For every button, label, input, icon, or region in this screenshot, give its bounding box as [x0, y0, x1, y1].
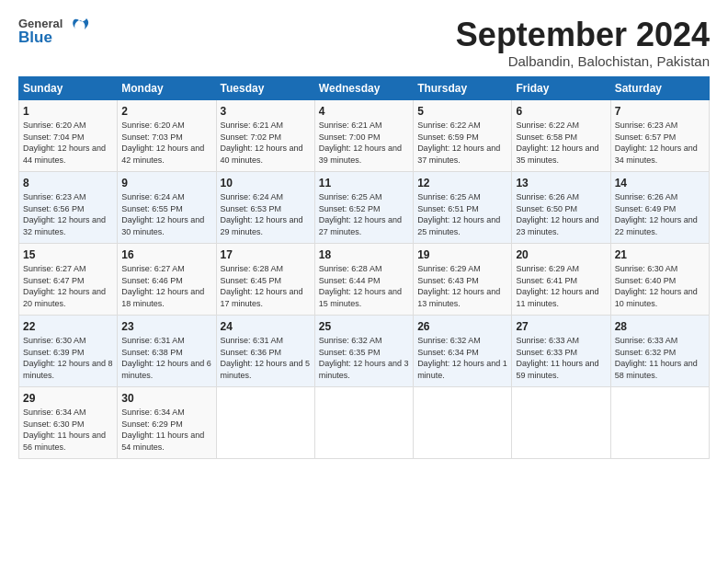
table-row: 25 Sunrise: 6:32 AMSunset: 6:35 PMDaylig… — [314, 315, 413, 386]
table-row: 20 Sunrise: 6:29 AMSunset: 6:41 PMDaylig… — [512, 243, 610, 315]
day-number: 11 — [319, 176, 409, 190]
calendar-week-row: 15 Sunrise: 6:27 AMSunset: 6:47 PMDaylig… — [19, 243, 710, 315]
table-row: 14 Sunrise: 6:26 AMSunset: 6:49 PMDaylig… — [610, 171, 709, 243]
day-number: 17 — [221, 247, 311, 262]
day-info: Sunrise: 6:31 AMSunset: 6:36 PMDaylight:… — [221, 336, 311, 380]
day-number: 23 — [121, 319, 211, 334]
day-info: Sunrise: 6:30 AMSunset: 6:39 PMDaylight:… — [23, 336, 113, 380]
day-number: 19 — [417, 247, 507, 262]
day-number: 18 — [319, 247, 409, 262]
logo-blue: Blue — [18, 29, 63, 45]
table-row — [414, 386, 512, 458]
header-tuesday: Tuesday — [216, 76, 314, 99]
header-friday: Friday — [512, 76, 610, 99]
day-info: Sunrise: 6:32 AMSunset: 6:34 PMDaylight:… — [417, 336, 507, 380]
table-row: 6 Sunrise: 6:22 AMSunset: 6:58 PMDayligh… — [512, 99, 610, 171]
day-info: Sunrise: 6:22 AMSunset: 6:59 PMDaylight:… — [417, 121, 500, 165]
day-info: Sunrise: 6:20 AMSunset: 7:03 PMDaylight:… — [121, 121, 204, 165]
table-row: 2 Sunrise: 6:20 AMSunset: 7:03 PMDayligh… — [118, 99, 216, 171]
day-number: 25 — [319, 319, 409, 334]
day-info: Sunrise: 6:21 AMSunset: 7:02 PMDaylight:… — [221, 121, 303, 165]
day-number: 26 — [417, 319, 507, 334]
page: General Blue September 2024 Dalbandin, B… — [0, 0, 728, 563]
day-number: 21 — [615, 247, 705, 262]
day-info: Sunrise: 6:26 AMSunset: 6:50 PMDaylight:… — [516, 192, 598, 236]
table-row: 21 Sunrise: 6:30 AMSunset: 6:40 PMDaylig… — [610, 243, 709, 315]
table-row: 12 Sunrise: 6:25 AMSunset: 6:51 PMDaylig… — [414, 171, 512, 243]
table-row — [314, 386, 413, 458]
day-info: Sunrise: 6:34 AMSunset: 6:30 PMDaylight:… — [23, 408, 106, 452]
day-info: Sunrise: 6:29 AMSunset: 6:41 PMDaylight:… — [516, 264, 598, 308]
table-row: 18 Sunrise: 6:28 AMSunset: 6:44 PMDaylig… — [314, 243, 413, 315]
day-number: 6 — [516, 104, 606, 119]
calendar-week-row: 8 Sunrise: 6:23 AMSunset: 6:56 PMDayligh… — [19, 171, 710, 243]
day-info: Sunrise: 6:24 AMSunset: 6:55 PMDaylight:… — [121, 192, 204, 236]
table-row: 13 Sunrise: 6:26 AMSunset: 6:50 PMDaylig… — [512, 171, 610, 243]
day-number: 12 — [417, 176, 507, 190]
day-number: 30 — [121, 391, 211, 406]
month-title: September 2024 — [456, 17, 710, 53]
header-saturday: Saturday — [610, 76, 709, 99]
day-info: Sunrise: 6:28 AMSunset: 6:45 PMDaylight:… — [221, 264, 303, 308]
table-row: 1 Sunrise: 6:20 AMSunset: 7:04 PMDayligh… — [19, 99, 118, 171]
table-row: 10 Sunrise: 6:24 AMSunset: 6:53 PMDaylig… — [216, 171, 314, 243]
calendar-week-row: 1 Sunrise: 6:20 AMSunset: 7:04 PMDayligh… — [19, 99, 710, 171]
table-row: 24 Sunrise: 6:31 AMSunset: 6:36 PMDaylig… — [216, 315, 314, 386]
day-info: Sunrise: 6:30 AMSunset: 6:40 PMDaylight:… — [615, 264, 698, 308]
table-row: 29 Sunrise: 6:34 AMSunset: 6:30 PMDaylig… — [19, 386, 118, 458]
day-info: Sunrise: 6:27 AMSunset: 6:47 PMDaylight:… — [23, 264, 106, 308]
day-info: Sunrise: 6:34 AMSunset: 6:29 PMDaylight:… — [121, 408, 204, 452]
day-number: 1 — [23, 104, 113, 119]
table-row: 15 Sunrise: 6:27 AMSunset: 6:47 PMDaylig… — [19, 243, 118, 315]
table-row: 28 Sunrise: 6:33 AMSunset: 6:32 PMDaylig… — [610, 315, 709, 386]
header-sunday: Sunday — [19, 76, 118, 99]
header-monday: Monday — [118, 76, 216, 99]
table-row: 8 Sunrise: 6:23 AMSunset: 6:56 PMDayligh… — [19, 171, 118, 243]
calendar-table: Sunday Monday Tuesday Wednesday Thursday… — [18, 76, 710, 459]
day-info: Sunrise: 6:23 AMSunset: 6:57 PMDaylight:… — [615, 121, 698, 165]
table-row: 7 Sunrise: 6:23 AMSunset: 6:57 PMDayligh… — [610, 99, 709, 171]
table-row: 4 Sunrise: 6:21 AMSunset: 7:00 PMDayligh… — [314, 99, 413, 171]
day-info: Sunrise: 6:33 AMSunset: 6:33 PMDaylight:… — [516, 336, 598, 380]
day-number: 7 — [615, 104, 705, 119]
calendar-week-row: 22 Sunrise: 6:30 AMSunset: 6:39 PMDaylig… — [19, 315, 710, 386]
day-number: 22 — [23, 319, 113, 334]
day-info: Sunrise: 6:29 AMSunset: 6:43 PMDaylight:… — [417, 264, 500, 308]
day-info: Sunrise: 6:25 AMSunset: 6:51 PMDaylight:… — [417, 192, 500, 236]
header-wednesday: Wednesday — [314, 76, 413, 99]
table-row — [610, 386, 709, 458]
table-row: 27 Sunrise: 6:33 AMSunset: 6:33 PMDaylig… — [512, 315, 610, 386]
day-number: 3 — [221, 104, 311, 119]
calendar-header-row: Sunday Monday Tuesday Wednesday Thursday… — [19, 76, 710, 99]
day-info: Sunrise: 6:23 AMSunset: 6:56 PMDaylight:… — [23, 192, 106, 236]
day-number: 10 — [221, 176, 311, 190]
day-info: Sunrise: 6:32 AMSunset: 6:35 PMDaylight:… — [319, 336, 409, 380]
day-number: 13 — [516, 176, 606, 190]
table-row: 23 Sunrise: 6:31 AMSunset: 6:38 PMDaylig… — [118, 315, 216, 386]
calendar-week-row: 29 Sunrise: 6:34 AMSunset: 6:30 PMDaylig… — [19, 386, 710, 458]
table-row: 22 Sunrise: 6:30 AMSunset: 6:39 PMDaylig… — [19, 315, 118, 386]
table-row — [512, 386, 610, 458]
header: General Blue September 2024 Dalbandin, B… — [18, 17, 710, 69]
day-info: Sunrise: 6:28 AMSunset: 6:44 PMDaylight:… — [319, 264, 402, 308]
day-number: 28 — [615, 319, 705, 334]
day-number: 5 — [417, 104, 507, 119]
table-row: 11 Sunrise: 6:25 AMSunset: 6:52 PMDaylig… — [314, 171, 413, 243]
day-info: Sunrise: 6:33 AMSunset: 6:32 PMDaylight:… — [615, 336, 698, 380]
table-row: 26 Sunrise: 6:32 AMSunset: 6:34 PMDaylig… — [414, 315, 512, 386]
table-row: 30 Sunrise: 6:34 AMSunset: 6:29 PMDaylig… — [118, 386, 216, 458]
day-number: 29 — [23, 391, 113, 406]
logo-bird-icon — [66, 17, 92, 46]
table-row: 19 Sunrise: 6:29 AMSunset: 6:43 PMDaylig… — [414, 243, 512, 315]
day-number: 2 — [121, 104, 211, 119]
table-row — [216, 386, 314, 458]
day-number: 20 — [516, 247, 606, 262]
table-row: 3 Sunrise: 6:21 AMSunset: 7:02 PMDayligh… — [216, 99, 314, 171]
day-info: Sunrise: 6:21 AMSunset: 7:00 PMDaylight:… — [319, 121, 402, 165]
day-number: 8 — [23, 176, 113, 190]
day-number: 4 — [319, 104, 409, 119]
day-number: 9 — [121, 176, 211, 190]
day-number: 27 — [516, 319, 606, 334]
day-number: 14 — [615, 176, 705, 190]
table-row: 5 Sunrise: 6:22 AMSunset: 6:59 PMDayligh… — [414, 99, 512, 171]
